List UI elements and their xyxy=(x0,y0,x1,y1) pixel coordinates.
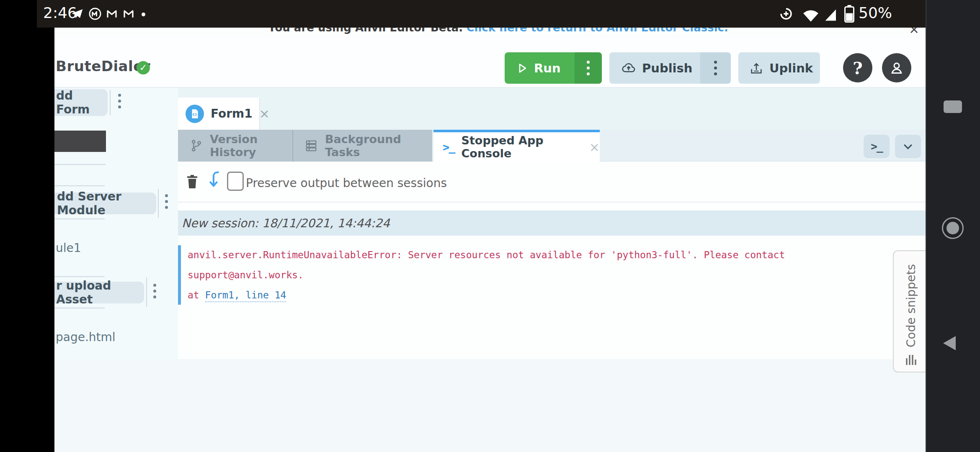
tab-form1-label: Form1 xyxy=(211,107,253,121)
add-server-module-button[interactable]: dd Server Module xyxy=(54,193,156,214)
terminal-icon: >_ xyxy=(443,141,455,154)
data-saver-icon xyxy=(779,7,793,21)
publish-cloud-icon xyxy=(621,61,636,76)
screen: 2:46 50% You are using Anvil E xyxy=(0,0,980,452)
stacked-tasks-icon xyxy=(304,139,318,153)
error-text-line1: anvil.server.RuntimeUnavailableError: Se… xyxy=(188,249,785,260)
git-branch-icon xyxy=(190,139,203,152)
run-options-button[interactable] xyxy=(575,52,602,84)
gmail-notification-icon xyxy=(106,8,118,20)
publish-button[interactable]: Publish xyxy=(609,52,731,84)
banner-message: You are using Anvil Editor Beta. xyxy=(268,28,463,34)
camera-notch xyxy=(0,28,54,452)
session-banner: New session: 18/11/2021, 14:44:24 xyxy=(178,211,926,236)
preserve-output-checkbox[interactable] xyxy=(227,172,244,191)
console-tab-strip: Version History Background Tasks >_ Stop… xyxy=(178,130,926,162)
notification-dot-icon xyxy=(142,13,145,16)
question-icon: ? xyxy=(853,58,862,78)
terminal-icon: >_ xyxy=(871,140,882,153)
coinmarketcap-notification-icon xyxy=(88,7,102,21)
form1-selected-item[interactable] xyxy=(54,131,106,152)
add-form-label: dd Form xyxy=(56,89,108,116)
console-tab-close-icon[interactable]: × xyxy=(589,140,600,154)
tab-close-icon[interactable]: × xyxy=(259,106,270,121)
telegram-notification-icon xyxy=(70,8,84,21)
back-button[interactable] xyxy=(943,336,956,350)
app-browser-sidebar xyxy=(54,88,179,359)
server-modules-kebab-menu[interactable] xyxy=(165,194,168,209)
user-icon xyxy=(888,59,905,76)
error-location-link[interactable]: Form1, line 14 xyxy=(205,290,286,302)
error-text-line3: at Form1, line 14 xyxy=(188,290,286,300)
clear-console-button[interactable] xyxy=(186,173,199,190)
open-terminal-button[interactable]: >_ xyxy=(864,135,890,158)
beta-banner: You are using Anvil Editor Beta. Click h… xyxy=(54,28,926,38)
form-file-icon xyxy=(186,105,204,123)
play-icon xyxy=(516,62,528,74)
uplink-icon xyxy=(749,61,763,75)
home-button-inner xyxy=(946,222,959,234)
banner-return-link[interactable]: Click here to return to Anvil Editor Cla… xyxy=(466,28,728,34)
assets-kebab-menu[interactable] xyxy=(153,284,156,298)
error-text-line2: support@anvil.works. xyxy=(188,270,304,280)
server-module-item[interactable]: ule1 xyxy=(56,241,81,255)
help-button[interactable]: ? xyxy=(843,53,872,82)
wifi-icon xyxy=(802,8,820,23)
divider xyxy=(54,308,105,308)
user-account-button[interactable] xyxy=(882,53,911,82)
battery-icon xyxy=(844,5,854,23)
divider xyxy=(54,276,105,277)
divider xyxy=(158,189,159,218)
tab-background-tasks[interactable]: Background Tasks xyxy=(294,130,432,162)
upload-asset-label: r upload Asset xyxy=(56,279,144,306)
banner-close-icon[interactable]: × xyxy=(909,28,919,36)
add-server-module-label: dd Server Module xyxy=(57,190,156,217)
app-console-panel: Preserve output between sessions New ses… xyxy=(178,162,926,359)
cell-signal-icon xyxy=(823,8,838,23)
tab-form1[interactable]: Form1 × xyxy=(178,98,260,130)
console-toolbar: Preserve output between sessions xyxy=(178,162,926,203)
code-snippets-label: Code snippets xyxy=(904,264,918,347)
divider xyxy=(110,90,111,115)
recents-button[interactable] xyxy=(944,100,962,113)
camera-notch xyxy=(0,0,37,28)
divider xyxy=(54,164,106,165)
run-label: Run xyxy=(534,61,561,75)
code-snippets-tab[interactable]: Code snippets xyxy=(893,250,926,372)
run-button[interactable]: Run xyxy=(505,52,602,84)
publish-options-button[interactable] xyxy=(700,52,731,84)
divider xyxy=(54,185,105,186)
tab-version-history-label: Version History xyxy=(210,133,292,159)
file-tab-row xyxy=(178,88,926,130)
android-status-bar: 2:46 50% xyxy=(0,0,926,28)
tab-version-history[interactable]: Version History xyxy=(178,130,293,162)
error-marker-bar xyxy=(178,245,181,305)
publish-label: Publish xyxy=(642,61,692,75)
chevron-down-icon xyxy=(901,140,915,153)
forms-kebab-menu[interactable] xyxy=(118,94,121,108)
snippet-lines-icon xyxy=(905,353,917,366)
add-upload-asset-button[interactable]: r upload Asset xyxy=(54,282,144,303)
scroll-to-bottom-icon[interactable] xyxy=(209,171,222,191)
uplink-label: Uplink xyxy=(769,61,813,75)
bottom-background xyxy=(54,359,926,452)
error-at-label: at xyxy=(188,290,205,300)
collapse-console-button[interactable] xyxy=(895,135,921,158)
app-title: BruteDialer xyxy=(56,58,150,74)
divider xyxy=(54,218,105,219)
session-timestamp: New session: 18/11/2021, 14:44:24 xyxy=(178,216,390,230)
saved-check-icon: ✓ xyxy=(137,61,150,74)
tab-background-tasks-label: Background Tasks xyxy=(325,133,432,159)
tab-stopped-app-console-label: Stopped App Console xyxy=(462,134,583,160)
kebab-icon xyxy=(587,61,590,75)
kebab-icon xyxy=(714,61,717,75)
divider xyxy=(146,277,147,307)
tab-stopped-app-console[interactable]: >_ Stopped App Console × xyxy=(433,130,600,162)
add-form-button[interactable]: dd Form xyxy=(54,89,108,116)
uplink-button[interactable]: Uplink xyxy=(738,52,820,84)
page-html-item[interactable]: page.html xyxy=(56,330,116,344)
battery-percent: 50% xyxy=(859,4,892,21)
preserve-output-label: Preserve output between sessions xyxy=(246,176,447,190)
gmail-notification-icon xyxy=(122,8,135,20)
